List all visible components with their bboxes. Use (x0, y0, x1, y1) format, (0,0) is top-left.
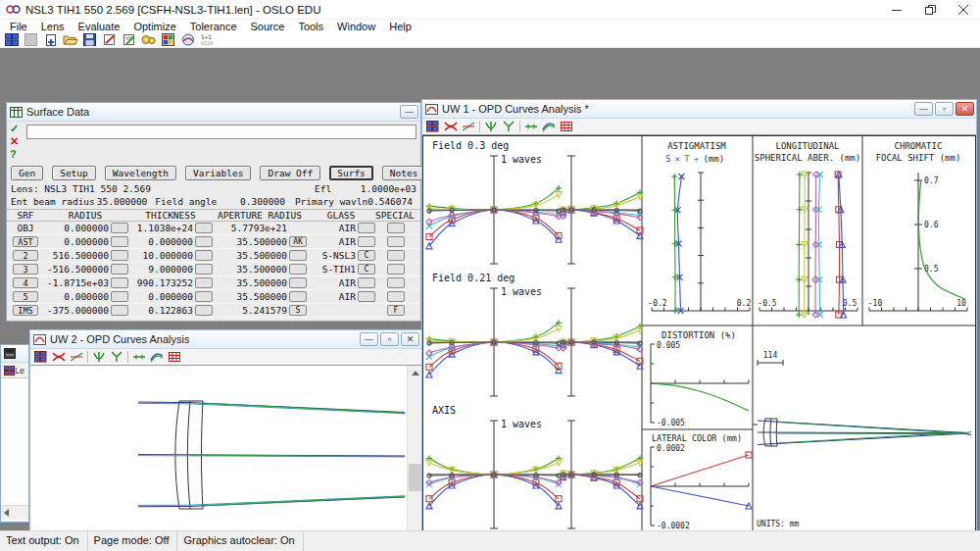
accept-icon[interactable]: ✓ (10, 123, 25, 135)
ray-intercept-icon[interactable] (460, 120, 476, 134)
field-trident-icon[interactable] (482, 120, 499, 134)
uw2-title: UW 2 - OPD Curves Analysis (50, 333, 189, 345)
surfs-button[interactable]: Surfs (329, 166, 373, 180)
surface-row-obj[interactable]: OBJ 0.000000 1.1038e+24 5.7793e+21 AIR (7, 222, 420, 235)
surface-row-5[interactable]: 5 0.000000 0.000000 35.500000 AIR (7, 290, 420, 304)
oslo-logo-icon (6, 3, 21, 16)
gen-button[interactable]: Gen (11, 166, 43, 180)
new-lens-icon[interactable] (41, 32, 60, 47)
uw1-minimize-button[interactable]: — (914, 102, 933, 116)
main-toolbar: 1+10124 (0, 32, 980, 48)
surface-button-row: Gen Setup Wavelength Variables Draw Off … (7, 165, 420, 182)
menu-source[interactable]: Source (244, 21, 292, 32)
uw1-title: UW 1 - OPD Curves Analysis * (442, 103, 589, 115)
bg-hscroll[interactable] (1, 505, 28, 520)
menu-help[interactable]: Help (382, 21, 418, 32)
minimize-button[interactable] (880, 0, 913, 20)
svg-text:114: 114 (763, 351, 778, 360)
surface-table: SRF RADIUS THICKNESS APERTURE RADIUS GLA… (7, 209, 420, 318)
svg-text:T: T (684, 154, 690, 164)
open-lens-icon[interactable] (61, 32, 79, 47)
menu-tolerance[interactable]: Tolerance (183, 21, 244, 32)
opd-bowtie-icon[interactable] (50, 350, 67, 365)
wavefront-icon[interactable] (148, 350, 165, 365)
svg-text:1 waves: 1 waves (501, 154, 542, 165)
uw2-close-button[interactable]: ✕ (401, 332, 419, 346)
draw-lens-icon[interactable] (178, 32, 197, 47)
status-page-mode: Page mode: Off (88, 531, 178, 551)
svg-text:S: S (665, 154, 670, 164)
tile-icon (4, 366, 15, 376)
svg-text:FOCAL SHIFT (mm): FOCAL SHIFT (mm) (876, 153, 961, 163)
uw2-titlebar[interactable]: UW 2 - OPD Curves Analysis — ▫ ✕ (30, 330, 421, 349)
wavefront-icon[interactable] (540, 120, 557, 134)
uw1-close-button[interactable]: ✕ (956, 102, 974, 116)
svg-text:-0.005: -0.005 (657, 419, 685, 427)
svg-text:CHROMATIC: CHROMATIC (895, 141, 943, 151)
uw2-canvas (30, 366, 421, 551)
svg-text:1+1: 1+1 (201, 33, 212, 40)
efl-value: 1.0000e+03 (346, 183, 416, 194)
surface-data-title: Surface Data (26, 106, 89, 118)
wavln-label: Primary wavln (285, 196, 368, 207)
menu-tools[interactable]: Tools (291, 21, 330, 32)
uw2-restore-button[interactable]: ▫ (380, 332, 399, 346)
draw-off-button[interactable]: Draw Off (260, 166, 320, 180)
svg-text:Field 0.3 deg: Field 0.3 deg (432, 140, 509, 151)
surface-data-titlebar[interactable]: Surface Data — (7, 103, 420, 122)
spreadsheet-icon (10, 107, 23, 118)
save-lens-icon[interactable] (80, 32, 99, 47)
level-line-icon[interactable] (130, 350, 147, 365)
uw1-titlebar[interactable]: UW 1 - OPD Curves Analysis * — ▫ ✕ (422, 100, 976, 119)
svg-text:-0.5: -0.5 (758, 299, 776, 308)
opd-bowtie-icon[interactable] (442, 120, 459, 134)
svg-text:0.6: 0.6 (924, 221, 939, 229)
menu-lens[interactable]: Lens (34, 21, 72, 32)
spot-y-icon[interactable] (500, 120, 516, 134)
menu-optimize[interactable]: Optimize (126, 21, 182, 32)
ray-intercept-icon[interactable] (68, 350, 84, 365)
surface-row-ims[interactable]: IMS -375.000000 0.122863 5.241579S F (7, 304, 420, 318)
uw2-vscrollbar[interactable] (407, 366, 421, 551)
chart-report-icon[interactable] (159, 32, 177, 47)
wavelength-button[interactable]: Wavelength (105, 166, 176, 180)
command-input[interactable] (26, 125, 416, 139)
grid-report-icon[interactable] (558, 120, 574, 134)
uw1-restore-button[interactable]: ▫ (935, 102, 954, 116)
grid-report-icon[interactable] (166, 350, 182, 365)
surface-row-ast[interactable]: AST 0.000000 0.000000 35.500000AK AIR (7, 235, 420, 249)
tile-windows-icon[interactable] (2, 32, 21, 47)
variables-button[interactable]: Variables (185, 166, 251, 180)
background-text-window[interactable]: Le (0, 344, 29, 523)
svg-text:Field 0.21 deg: Field 0.21 deg (432, 273, 514, 283)
tile-icon[interactable] (424, 120, 441, 134)
surface-row-3[interactable]: 3 -516.500000 9.000000 35.500000 S-TIH1C (7, 263, 420, 276)
lens-drawing (30, 366, 407, 551)
svg-text:×: × (675, 154, 680, 164)
calc-icon[interactable]: 1+10124 (198, 32, 217, 47)
notes-button[interactable]: Notes (382, 166, 426, 180)
notes-editor-icon[interactable] (120, 32, 138, 47)
status-bar: Text output: On Page mode: Off Graphics … (0, 530, 980, 551)
menu-evaluate[interactable]: Evaluate (72, 21, 127, 32)
surface-row-2[interactable]: 2 516.500000 10.000000 35.500000 S-NSL3C (7, 249, 420, 263)
help-icon[interactable]: ? (10, 148, 25, 161)
uw2-toolbar (30, 349, 421, 366)
uw2-minimize-button[interactable]: — (360, 332, 378, 346)
setup-button[interactable]: Setup (52, 166, 96, 180)
field-trident-icon[interactable] (90, 350, 107, 365)
menu-window[interactable]: Window (330, 21, 382, 32)
svg-text:-0.0002: -0.0002 (657, 522, 690, 530)
cancel-icon[interactable]: ✕ (10, 135, 25, 148)
lens-check-icon[interactable] (100, 32, 119, 47)
surface-minimize-button[interactable]: — (400, 105, 418, 119)
spot-y-icon[interactable] (108, 350, 124, 365)
surface-row-4[interactable]: 4 -1.8715e+03 990.173252 35.500000 AIR (7, 276, 420, 290)
close-button[interactable] (947, 0, 980, 20)
tile-icon[interactable] (32, 350, 49, 365)
optimize-gears-icon[interactable] (139, 32, 158, 47)
menu-file[interactable]: File (3, 21, 34, 32)
level-line-icon[interactable] (522, 120, 539, 134)
status-text-output: Text output: On (0, 531, 88, 551)
restore-button[interactable] (913, 0, 947, 20)
